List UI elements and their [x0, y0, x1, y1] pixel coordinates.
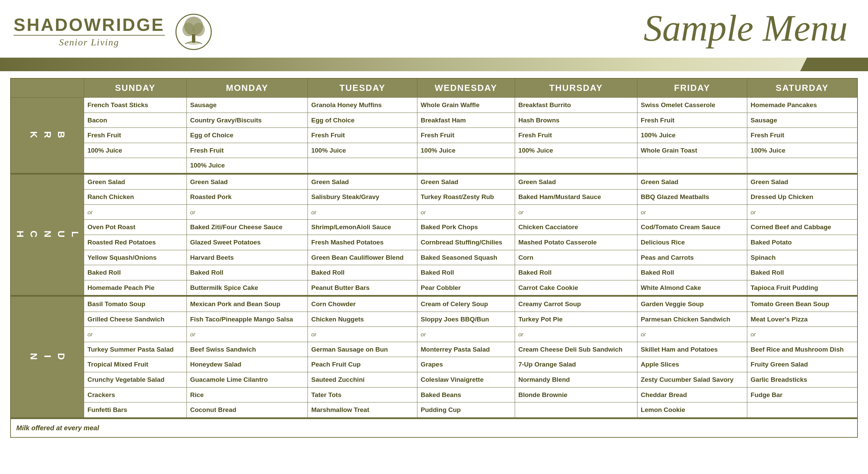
menu-item: Normandy Blend: [518, 376, 570, 383]
menu-item: Baked Ziti/Four Cheese Sauce: [190, 223, 282, 231]
menu-item: Homemade Peach Pie: [87, 284, 154, 291]
menu-item: Skillet Ham and Potatoes: [641, 346, 718, 353]
cell-dinner-sunday: Crunchy Vegetable Salad: [84, 372, 186, 388]
menu-item: Fresh Fruit: [87, 132, 121, 139]
menu-item: Sausage: [751, 117, 777, 124]
menu-item: Cheddar Bread: [641, 391, 687, 398]
menu-item: Grapes: [421, 361, 443, 368]
menu-item: Baked Roll: [311, 269, 344, 276]
menu-item: Oven Pot Roast: [87, 223, 135, 231]
menu-item: Yellow Squash/Onions: [87, 254, 157, 261]
cell-lunch-tuesday: Fresh Mashed Potatoes: [308, 235, 417, 250]
menu-item: Rice: [190, 391, 204, 398]
page-title: Sample Menu: [644, 7, 848, 50]
cell-dinner-tuesday: Peach Fruit Cup: [308, 357, 417, 372]
table-row: Grilled Cheese SandwichFish Taco/Pineapp…: [11, 312, 857, 327]
cell-lunch-friday: Cod/Tomato Cream Sauce: [637, 220, 747, 235]
menu-item: German Sausage on Bun: [311, 346, 388, 353]
cell-dinner-tuesday: Corn Chowder: [308, 297, 417, 312]
cell-lunch-thursday: Baked Roll: [515, 265, 637, 280]
cell-lunch-thursday: Chicken Cacciatore: [515, 220, 637, 235]
menu-item: White Almond Cake: [641, 284, 701, 291]
cell-breakfast-monday: Egg of Choice: [186, 128, 308, 143]
cell-lunch-saturday: Baked Potato: [747, 235, 857, 250]
menu-item: 100% Juice: [311, 147, 346, 154]
cell-dinner-saturday: [747, 402, 857, 418]
cell-dinner-wednesday: Cream of Celery Soup: [417, 297, 515, 312]
cell-breakfast-wednesday: Breakfast Ham: [417, 113, 515, 128]
tree-logo-icon: [175, 13, 212, 51]
cell-lunch-sunday: Homemade Peach Pie: [84, 280, 186, 295]
menu-item: Harvard Beets: [190, 254, 234, 261]
cell-dinner-thursday: [515, 402, 637, 418]
menu-item: Green Salad: [190, 178, 228, 185]
menu-item: Blonde Brownie: [518, 391, 568, 398]
menu-item: Marshmallow Treat: [311, 406, 369, 413]
cell-dinner-sunday: Crackers: [84, 387, 186, 402]
meal-letter: L: [68, 178, 82, 292]
cell-dinner-thursday: Blonde Brownie: [515, 387, 637, 402]
menu-item: Fish Taco/Pineapple Mango Salsa: [190, 316, 293, 323]
cell-dinner-sunday: or: [84, 327, 186, 342]
menu-item: 100% Juice: [421, 147, 455, 154]
menu-item: Corn Chowder: [311, 300, 356, 308]
cell-lunch-wednesday: Green Salad: [417, 174, 515, 190]
or-text: or: [311, 209, 316, 216]
cell-dinner-monday: Guacamole Lime Cilantro: [186, 372, 308, 388]
menu-item: Carrot Cake Cookie: [518, 284, 578, 291]
cell-lunch-sunday: or: [84, 204, 186, 220]
cell-dinner-tuesday: German Sausage on Bun: [308, 342, 417, 357]
cell-lunch-friday: BBQ Glazed Meatballs: [637, 190, 747, 205]
menu-item: Baked Roll: [641, 269, 674, 276]
cell-lunch-wednesday: Baked Seasoned Squash: [417, 250, 515, 265]
cell-breakfast-thursday: [515, 158, 637, 173]
cell-dinner-monday: Beef Swiss Sandwich: [186, 342, 308, 357]
menu-item: Baked Roll: [518, 269, 552, 276]
or-text: or: [421, 209, 426, 216]
header-saturday: SATURDAY: [747, 78, 857, 98]
menu-item: Grilled Cheese Sandwich: [87, 316, 164, 323]
cell-dinner-sunday: Turkey Summer Pasta Salad: [84, 342, 186, 357]
menu-item: 7-Up Orange Salad: [518, 361, 576, 368]
table-row: DINBasil Tomato SoupMexican Pork and Bea…: [11, 297, 857, 312]
menu-item: Hash Browns: [518, 117, 559, 124]
meal-letter: N: [40, 178, 54, 292]
menu-table: SUNDAY MONDAY TUESDAY WEDNESDAY THURSDAY…: [10, 78, 858, 438]
cell-breakfast-sunday: 100% Juice: [84, 143, 186, 158]
cell-dinner-friday: Parmesan Chicken Sandwich: [637, 312, 747, 327]
menu-item: Green Salad: [641, 178, 678, 185]
menu-item: Whole Grain Waffle: [421, 101, 479, 108]
cell-breakfast-friday: Fresh Fruit: [637, 113, 747, 128]
menu-item: Turkey Roast/Zesty Rub: [421, 193, 494, 200]
menu-item: Tropical Mixed Fruit: [87, 361, 148, 368]
table-row: Baked RollBaked RollBaked RollBaked Roll…: [11, 265, 857, 280]
table-row: Yellow Squash/OnionsHarvard BeetsGreen B…: [11, 250, 857, 265]
menu-item: Glazed Sweet Potatoes: [190, 239, 261, 246]
cell-dinner-saturday: Meat Lover's Pizza: [747, 312, 857, 327]
menu-item: Delicious Rice: [641, 239, 685, 246]
menu-item: Coconut Bread: [190, 406, 236, 413]
cell-lunch-wednesday: Cornbread Stuffing/Chilies: [417, 235, 515, 250]
header-monday: MONDAY: [186, 78, 308, 98]
cell-breakfast-saturday: Sausage: [747, 113, 857, 128]
cell-lunch-wednesday: or: [417, 204, 515, 220]
cell-dinner-thursday: or: [515, 327, 637, 342]
table-row: BaconCountry Gravy/BiscuitsEgg of Choice…: [11, 113, 857, 128]
menu-item: 100% Juice: [87, 147, 122, 154]
cell-breakfast-wednesday: Fresh Fruit: [417, 128, 515, 143]
cell-breakfast-wednesday: [417, 158, 515, 173]
menu-item: Peach Fruit Cup: [311, 361, 361, 368]
menu-item: Baked Roll: [751, 269, 784, 276]
cell-lunch-tuesday: Green Salad: [308, 174, 417, 190]
menu-item: Monterrey Pasta Salad: [421, 346, 490, 353]
table-row: Homemade Peach PieButtermilk Spice CakeP…: [11, 280, 857, 295]
cell-dinner-thursday: Creamy Carrot Soup: [515, 297, 637, 312]
logo-area: SHADOWRIDGE Senior Living: [14, 16, 165, 48]
cell-breakfast-thursday: 100% Juice: [515, 143, 637, 158]
table-row: ororororororor: [11, 327, 857, 342]
cell-dinner-thursday: Cream Cheese Deli Sub Sandwich: [515, 342, 637, 357]
or-text: or: [518, 209, 524, 216]
cell-dinner-tuesday: Sauteed Zucchini: [308, 372, 417, 388]
menu-item: Swiss Omelet Casserole: [641, 101, 715, 108]
menu-item: Green Salad: [311, 178, 349, 185]
